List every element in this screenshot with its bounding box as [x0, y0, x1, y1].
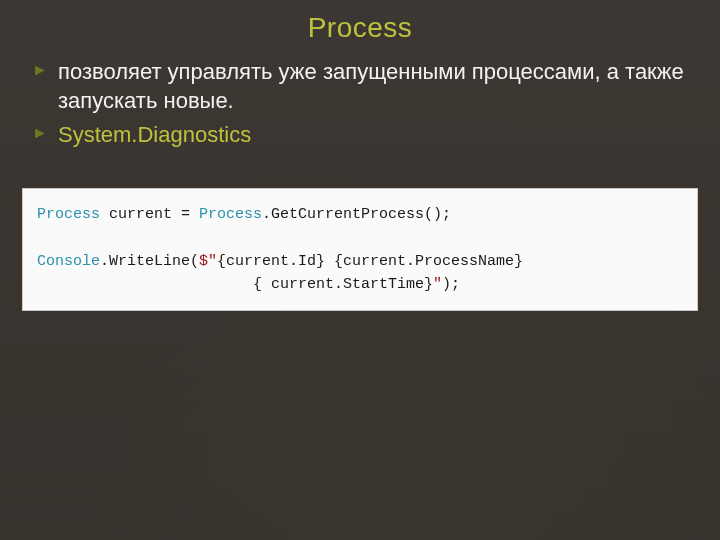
bullet-list: позволяет управлять уже запущенными проц…	[0, 58, 720, 150]
code-token: .GetCurrentProcess();	[262, 206, 451, 223]
code-token-string: $"	[199, 253, 217, 270]
code-token: {current.Id} {current.ProcessName}	[217, 253, 523, 270]
code-token: );	[442, 276, 460, 293]
code-token-type: Process	[199, 206, 262, 223]
code-token-string: "	[433, 276, 442, 293]
code-token-type: Console	[37, 253, 100, 270]
slide-title: Process	[0, 0, 720, 44]
code-token: current =	[100, 206, 199, 223]
bullet-item: позволяет управлять уже запущенными проц…	[30, 58, 690, 115]
slide: Process позволяет управлять уже запущенн…	[0, 0, 720, 540]
code-token: .WriteLine(	[100, 253, 199, 270]
code-block: Process current = Process.GetCurrentProc…	[22, 188, 698, 311]
code-token: { current.StartTime}	[37, 276, 433, 293]
bullet-text: System.Diagnostics	[58, 122, 251, 147]
bullet-text: позволяет управлять уже запущенными проц…	[58, 59, 684, 113]
code-token-type: Process	[37, 206, 100, 223]
bullet-item: System.Diagnostics	[30, 121, 690, 150]
